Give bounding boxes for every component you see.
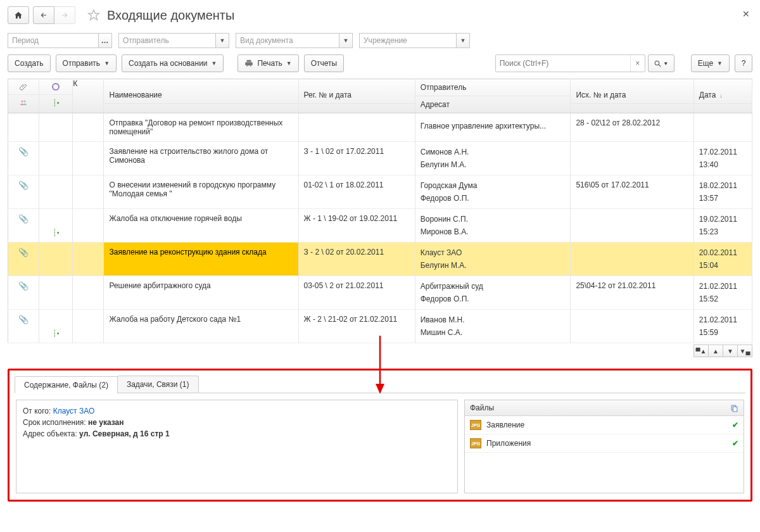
cell-sender: Воронин С.П.Миронов В.А. <box>415 209 571 243</box>
address-value: ул. Северная, д 16 стр 1 <box>79 429 169 438</box>
search-button[interactable]: ▼ <box>648 54 674 72</box>
cell-outgoing: 28 - 02\12 от 28.02.2012 <box>571 113 694 142</box>
file-name: Приложения <box>486 439 531 448</box>
tree-icon: ┆• <box>53 329 60 337</box>
doctype-picker[interactable]: ▼ <box>236 33 353 48</box>
arrow-right-icon <box>60 11 69 19</box>
deadline-label: Срок исполнения: <box>23 418 88 427</box>
cell-reg: Ж - 1 \ 19-02 от 19.02.2011 <box>298 209 415 243</box>
cell-date: 19.02.201115:23 <box>694 209 752 243</box>
cell-sender: Клауст ЗАОБелугин М.А. <box>415 243 571 276</box>
cell-name: Отправка "Договор на ремонт производстве… <box>104 113 298 142</box>
caret-down-icon: ▼ <box>220 37 225 44</box>
tab-tasks-links[interactable]: Задачи, Связи (1) <box>117 376 199 393</box>
cell-outgoing <box>571 310 694 343</box>
cell-date: 18.02.201113:57 <box>694 175 752 209</box>
table-row[interactable]: 📎┆•Жалоба на работу Детского сада №1Ж - … <box>8 310 752 343</box>
svg-point-2 <box>22 101 23 103</box>
caret-down-icon: ▼ <box>663 61 668 66</box>
favorite-star-button[interactable] <box>87 8 101 22</box>
table-row[interactable]: 📎Решение арбитражного суда03-05 \ 2 от 2… <box>8 276 752 310</box>
sender-dropdown-button[interactable]: ▼ <box>215 33 229 48</box>
col-sender[interactable]: Отправитель Адресат <box>415 79 571 113</box>
svg-rect-8 <box>733 407 737 412</box>
org-input[interactable] <box>359 33 456 48</box>
check-icon: ✔ <box>732 439 738 448</box>
caret-down-icon: ▼ <box>104 60 110 66</box>
col-reg[interactable]: Рег. № и дата <box>298 79 415 113</box>
paperclip-icon: 📎 <box>18 147 28 156</box>
create-based-button[interactable]: Создать на основании▼ <box>122 54 224 72</box>
period-more-button[interactable]: … <box>98 33 112 48</box>
sender-picker[interactable]: ▼ <box>118 33 229 48</box>
tab-content-files[interactable]: Содержание, Файлы (2) <box>15 376 118 393</box>
cell-sender: Главное управление архитектуры... <box>415 113 571 142</box>
from-label: От кого: <box>23 407 53 415</box>
cell-outgoing <box>571 142 694 175</box>
period-picker[interactable]: … <box>8 33 112 48</box>
prev-page-button[interactable]: ▲ <box>709 345 723 357</box>
next-page-button[interactable]: ▼ <box>723 345 738 357</box>
file-icon: JPG <box>470 420 481 430</box>
table-row[interactable]: 📎О внесении изменений в городскую програ… <box>8 175 752 209</box>
file-row[interactable]: JPGПриложения✔ <box>465 434 744 453</box>
table-row[interactable]: 📎┆•Жалоба на отключение горячей водыЖ - … <box>8 209 752 243</box>
table-row[interactable]: Отправка "Договор на ремонт производстве… <box>8 113 752 142</box>
col-attachment[interactable] <box>8 79 39 113</box>
home-button[interactable] <box>8 6 29 24</box>
paperclip-icon: 📎 <box>18 315 28 324</box>
circle-icon <box>52 83 60 91</box>
copy-files-button[interactable] <box>730 404 738 412</box>
file-name: Заявление <box>486 421 524 429</box>
svg-point-0 <box>655 61 659 65</box>
cell-reg: З - 1 \ 02 от 17.02.2011 <box>298 142 415 175</box>
last-page-button[interactable]: ▼▄ <box>738 345 752 357</box>
search-input[interactable] <box>496 55 630 72</box>
col-k[interactable]: К <box>73 79 104 113</box>
col-outgoing[interactable]: Исх. № и дата <box>571 79 694 113</box>
cell-reg: 01-02 \ 1 от 18.02.2011 <box>298 175 415 209</box>
file-row[interactable]: JPGЗаявление✔ <box>465 416 744 434</box>
cell-sender: Иванов М.Н.Мишин С.А. <box>415 310 571 343</box>
cell-name: Решение арбитражного суда <box>104 276 298 310</box>
cell-sender: Симонов А.Н.Белугин М.А. <box>415 142 571 175</box>
copy-icon <box>730 404 738 412</box>
cell-date <box>694 113 752 142</box>
cell-name: Заявление на строительство жилого дома о… <box>104 142 298 175</box>
help-button[interactable]: ? <box>735 54 752 72</box>
back-button[interactable] <box>33 6 54 24</box>
sender-input[interactable] <box>118 33 215 48</box>
org-picker[interactable]: ▼ <box>359 33 470 48</box>
first-page-button[interactable]: ▀▲ <box>694 345 709 357</box>
print-button[interactable]: Печать▼ <box>238 54 298 72</box>
col-status[interactable]: ┆• <box>39 79 73 113</box>
paperclip-icon: 📎 <box>18 281 28 291</box>
col-name[interactable]: Наименование <box>104 79 298 113</box>
close-button[interactable]: ✕ <box>742 9 750 19</box>
org-dropdown-button[interactable]: ▼ <box>456 33 470 48</box>
arrow-left-icon <box>39 11 48 19</box>
period-input[interactable] <box>8 33 98 48</box>
doctype-input[interactable] <box>236 33 339 48</box>
table-row[interactable]: 📎Заявление на строительство жилого дома … <box>8 142 752 175</box>
from-link[interactable]: Клауст ЗАО <box>53 407 95 415</box>
svg-point-4 <box>53 84 59 90</box>
forward-button[interactable] <box>54 6 75 24</box>
svg-line-1 <box>659 65 661 66</box>
cell-sender: Арбитражный судФедоров О.П. <box>415 276 571 310</box>
printer-icon <box>244 59 253 68</box>
create-button[interactable]: Создать <box>8 54 51 72</box>
cell-reg: 03-05 \ 2 от 21.02.2011 <box>298 276 415 310</box>
ellipsis-icon: … <box>101 36 110 45</box>
cell-outgoing <box>571 209 694 243</box>
table-row[interactable]: 📎Заявление на реконструкцию здания склад… <box>8 243 752 276</box>
reports-button[interactable]: Отчеты <box>304 54 344 72</box>
doctype-dropdown-button[interactable]: ▼ <box>339 33 353 48</box>
cell-outgoing: 516\05 от 17.02.2011 <box>571 175 694 209</box>
send-button[interactable]: Отправить▼ <box>56 54 117 72</box>
col-date[interactable]: Дата↓ <box>694 79 752 113</box>
caret-down-icon: ▼ <box>460 37 466 44</box>
search-clear-button[interactable]: × <box>630 55 645 72</box>
cell-reg: Ж - 2 \ 21-02 от 21.02.2011 <box>298 310 415 343</box>
more-button[interactable]: Еще▼ <box>691 54 730 72</box>
